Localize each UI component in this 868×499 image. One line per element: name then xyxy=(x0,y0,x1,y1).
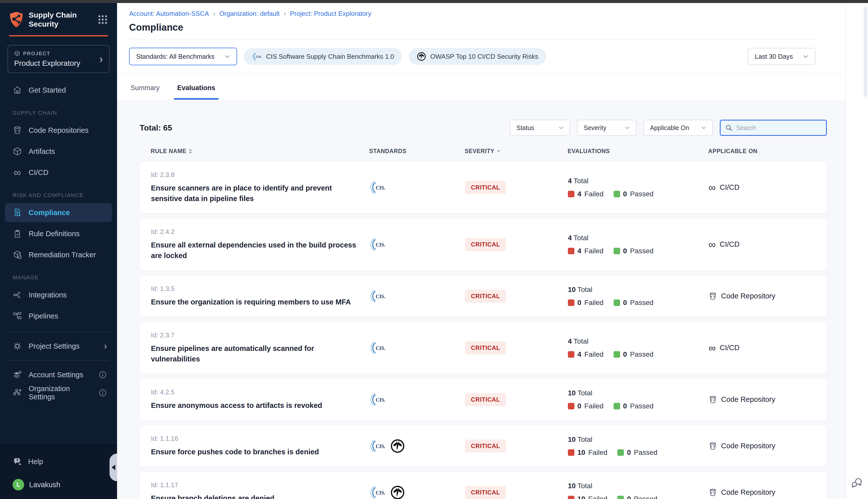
applicable-on-label: CI/CD xyxy=(720,344,740,352)
table-row[interactable]: Id: 2.3.7 Ensure pipelines are automatic… xyxy=(140,321,827,374)
severity-filter-select[interactable]: Severity xyxy=(577,120,637,136)
rule-name-cell: Id: 2.4.2 Ensure all external dependenci… xyxy=(151,228,370,261)
sidebar-item-project-settings[interactable]: Project Settings › xyxy=(0,337,117,355)
passed-indicator xyxy=(617,496,624,499)
evaluations-cell: 10 Total 0 Failed 0 Passed xyxy=(568,285,709,307)
svg-text:?: ? xyxy=(16,458,19,463)
column-label: STANDARDS xyxy=(369,148,406,155)
sidebar-item-artifacts[interactable]: Artifacts xyxy=(0,141,117,162)
severity-badge: CRITICAL xyxy=(465,393,506,406)
info-icon[interactable] xyxy=(98,389,107,397)
table-row[interactable]: Id: 1.1.16 Ensure force pushes code to b… xyxy=(140,425,827,467)
applicable-on-cell: ∞ CI/CD xyxy=(709,183,817,192)
failed-indicator xyxy=(568,191,575,197)
table-row[interactable]: Id: 1.3.5 Ensure the organization is req… xyxy=(140,275,827,317)
applicable-on-cell: Code Repository xyxy=(709,488,817,497)
total-label: Total xyxy=(577,482,592,490)
sidebar-item-get-started[interactable]: Get Started xyxy=(0,80,117,101)
svg-text:CIS.: CIS. xyxy=(256,55,262,59)
rule-name-cell: Id: 1.1.16 Ensure force pushes code to b… xyxy=(151,435,370,457)
cis-logo-icon: CIS. xyxy=(370,340,386,356)
table-row[interactable]: Id: 2.4.2 Ensure all external dependenci… xyxy=(140,218,827,271)
evaluations-panel: Total: 65 Status Severity xyxy=(117,100,846,499)
help-button[interactable]: ? Help xyxy=(0,453,117,471)
sidebar-item-rule-definitions[interactable]: Rule Definitions xyxy=(0,223,117,244)
search-input[interactable] xyxy=(736,124,821,132)
tab-evaluations-label: Evaluations xyxy=(177,84,216,92)
breadcrumb-account-link[interactable]: Account: Automation-SSCA xyxy=(129,10,209,17)
applicable-on-label: Code Repository xyxy=(721,488,775,497)
severity-cell: CRITICAL xyxy=(465,393,568,406)
total-label: Total xyxy=(574,337,589,345)
help-bubble-icon: ? xyxy=(13,457,22,466)
app-root: Supply Chain Security xyxy=(0,3,868,499)
standards-cell: CIS. xyxy=(370,392,465,407)
severity-badge: CRITICAL xyxy=(465,439,506,453)
project-selector[interactable]: PROJECT Product Exploratory › xyxy=(8,45,109,73)
standards-select[interactable]: Standards: All Benchmarks xyxy=(129,48,237,65)
breadcrumb-organization-link[interactable]: Organization: default xyxy=(219,10,279,17)
cis-benchmark-chip[interactable]: CIS. CIS Software Supply Chain Benchmark… xyxy=(244,48,402,65)
gear-icon xyxy=(13,342,22,351)
code-repository-icon xyxy=(709,442,717,450)
sidebar-item-integrations[interactable]: Integrations xyxy=(0,284,117,305)
applicable-on-filter-select[interactable]: Applicable On xyxy=(643,120,713,136)
sort-icon[interactable] xyxy=(189,149,192,154)
support-chat-button[interactable] xyxy=(851,477,863,489)
scrollbar-thumb[interactable] xyxy=(864,7,867,97)
sidebar-item-compliance[interactable]: Compliance xyxy=(5,203,112,222)
sidebar-item-label: Code Repositories xyxy=(29,126,89,135)
owasp-chip[interactable]: OWASP Top 10 CI/CD Security Risks xyxy=(409,48,546,65)
compliance-doc-icon xyxy=(13,208,22,217)
column-header-rule-name[interactable]: RULE NAME xyxy=(151,148,369,155)
sidebar-item-organization-settings[interactable]: Organization Settings xyxy=(0,384,117,402)
failed-count: 10 xyxy=(577,495,585,499)
total-count: 10 xyxy=(568,436,576,443)
infinity-glyph: ∞ xyxy=(14,168,21,177)
tab-summary-label: Summary xyxy=(131,84,160,92)
cis-logo-icon: CIS. xyxy=(370,288,386,304)
table-row[interactable]: Id: 1.1.17 Ensure branch deletions are d… xyxy=(140,471,827,499)
sidebar-item-code-repositories[interactable]: Code Repositories xyxy=(0,120,117,141)
date-range-select[interactable]: Last 30 Days xyxy=(748,48,816,65)
table-row[interactable]: Id: 4.2.5 Ensure anonymous access to art… xyxy=(140,378,827,421)
tab-summary[interactable]: Summary xyxy=(129,81,161,100)
sidebar-item-label: Get Started xyxy=(29,86,66,94)
integrations-icon xyxy=(13,290,22,300)
user-menu[interactable]: L Lavakush xyxy=(0,479,117,490)
sidebar-item-pipelines[interactable]: Pipelines xyxy=(0,305,117,327)
project-label-row: PROJECT xyxy=(14,50,99,57)
passed-label: Passed xyxy=(630,247,653,255)
sidebar-item-remediation-tracker[interactable]: Remediation Tracker xyxy=(0,244,117,265)
passed-label: Passed xyxy=(634,495,657,499)
evaluations-total: 4 Total xyxy=(568,177,709,185)
evaluations-cell: 4 Total 4 Failed 0 Passed xyxy=(568,177,709,198)
breadcrumb-project-link[interactable]: Project: Product Exploratory xyxy=(290,10,372,17)
table-row[interactable]: Id: 2.3.8 Ensure scanners are in place t… xyxy=(140,161,827,214)
passed-count: 0 xyxy=(623,190,627,198)
sidebar-divider xyxy=(8,360,109,361)
column-header-severity[interactable]: SEVERITY xyxy=(465,148,568,155)
page-header: Account: Automation-SSCA › Organization:… xyxy=(117,3,846,40)
info-icon[interactable] xyxy=(98,370,107,379)
rule-name: Ensure force pushes code to branches is … xyxy=(151,447,362,457)
tab-evaluations[interactable]: Evaluations xyxy=(176,81,217,100)
grid-menu-icon[interactable] xyxy=(97,14,108,25)
sidebar-item-cicd[interactable]: ∞ CI/CD xyxy=(0,162,117,183)
filter-bar-left: Standards: All Benchmarks CIS. CIS Softw… xyxy=(129,48,546,65)
rule-id: Id: 1.3.5 xyxy=(151,285,370,293)
cis-logo-icon: CIS. xyxy=(252,51,262,61)
date-range-value: Last 30 Days xyxy=(755,53,793,61)
chevron-down-icon xyxy=(803,55,808,58)
applicable-on-label: Code Repository xyxy=(721,395,775,404)
total-count: 10 xyxy=(568,389,576,397)
status-filter-select[interactable]: Status xyxy=(510,120,570,136)
rule-name: Ensure all external dependencies used in… xyxy=(151,240,362,261)
severity-badge: CRITICAL xyxy=(465,181,506,194)
clipboard-check-icon xyxy=(13,229,22,238)
evaluations-total: 10 Total xyxy=(568,482,709,490)
sidebar-collapse-handle[interactable] xyxy=(109,453,117,481)
code-repository-icon xyxy=(709,292,717,301)
main-content: Account: Automation-SSCA › Organization:… xyxy=(117,3,846,499)
sidebar-item-account-settings[interactable]: Account Settings xyxy=(0,366,117,384)
